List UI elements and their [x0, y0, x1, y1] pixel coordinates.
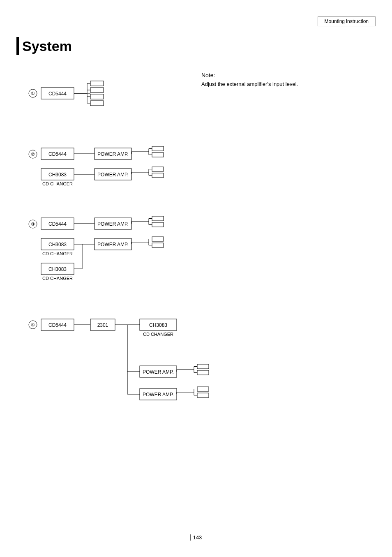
svg-rect-52: [95, 218, 131, 229]
svg-rect-8: [90, 101, 104, 106]
note-text: Adjust the external amplifier's input le…: [201, 80, 298, 88]
svg-text:POWER AMP.: POWER AMP.: [97, 221, 129, 227]
svg-rect-76: [41, 319, 74, 331]
svg-rect-100: [197, 393, 209, 398]
svg-rect-5: [90, 81, 104, 86]
svg-text:CD CHANGER: CD CHANGER: [42, 251, 73, 256]
title-accent-bar: [16, 37, 19, 55]
diagram-1: ① CD5444: [25, 72, 197, 125]
svg-text:CD5444: CD5444: [48, 322, 67, 328]
top-rule: [16, 29, 376, 29]
svg-rect-54: [95, 238, 131, 250]
page-title: System: [22, 38, 72, 54]
svg-point-74: [29, 321, 37, 329]
svg-text:CD5444: CD5444: [48, 221, 67, 227]
svg-text:①: ①: [31, 91, 35, 96]
svg-rect-6: [90, 88, 104, 92]
svg-text:CD CHANGER: CD CHANGER: [42, 181, 73, 186]
svg-rect-29: [152, 153, 164, 157]
svg-rect-67: [152, 237, 164, 241]
svg-text:POWER AMP.: POWER AMP.: [143, 392, 174, 398]
svg-text:CH3083: CH3083: [48, 242, 67, 247]
svg-rect-60: [152, 216, 164, 221]
svg-rect-22: [95, 148, 131, 159]
svg-rect-49: [41, 263, 74, 275]
title-rule: [16, 61, 376, 61]
svg-rect-80: [140, 319, 177, 331]
svg-rect-35: [152, 167, 164, 171]
svg-rect-17: [41, 148, 74, 159]
svg-point-42: [29, 220, 37, 228]
svg-text:POWER AMP.: POWER AMP.: [97, 242, 129, 247]
svg-text:POWER AMP.: POWER AMP.: [143, 369, 174, 375]
diagram-3: ③ CD5444 CH3083 CD CHANGER CH3083 CD CHA…: [25, 210, 201, 292]
svg-rect-19: [41, 169, 74, 180]
svg-rect-24: [95, 169, 131, 180]
svg-rect-92: [197, 364, 209, 369]
diagram-4: ④ CD5444 2301 CH3083 CD CHANGER POWER AM…: [25, 312, 288, 428]
svg-rect-68: [152, 243, 164, 247]
svg-text:CD CHANGER: CD CHANGER: [143, 332, 173, 337]
diagram-3-svg: ③ CD5444 CH3083 CD CHANGER CH3083 CD CHA…: [25, 210, 205, 296]
svg-text:POWER AMP.: POWER AMP.: [97, 151, 129, 157]
svg-rect-78: [90, 319, 115, 331]
svg-rect-46: [41, 238, 74, 250]
svg-rect-85: [140, 388, 177, 400]
diagram-1-svg: ① CD5444: [25, 72, 197, 125]
svg-rect-2: [41, 88, 74, 99]
svg-text:CH3083: CH3083: [149, 322, 167, 328]
page-title-area: System: [16, 37, 72, 55]
svg-text:CH3083: CH3083: [48, 172, 67, 178]
header-title: Mounting instruction: [318, 16, 376, 26]
svg-rect-99: [197, 387, 209, 391]
svg-text:②: ②: [31, 152, 35, 157]
page-number: 143: [190, 534, 202, 541]
svg-text:③: ③: [31, 222, 35, 226]
svg-rect-93: [197, 370, 209, 375]
svg-rect-44: [41, 218, 74, 229]
svg-rect-36: [152, 173, 164, 178]
diagram-2-svg: ② CD5444 CH3083 CD CHANGER POWER AMP. PO…: [25, 140, 201, 197]
note-title: Note:: [201, 72, 298, 79]
svg-rect-7: [90, 94, 104, 99]
svg-text:CH3083: CH3083: [48, 266, 67, 272]
diagram-2: ② CD5444 CH3083 CD CHANGER POWER AMP. PO…: [25, 140, 201, 193]
svg-text:CD5444: CD5444: [48, 91, 67, 97]
svg-text:CD5444: CD5444: [48, 151, 67, 157]
svg-rect-83: [140, 366, 177, 377]
svg-rect-28: [152, 146, 164, 151]
svg-text:CD CHANGER: CD CHANGER: [42, 276, 73, 281]
svg-text:POWER AMP.: POWER AMP.: [97, 172, 129, 178]
svg-point-15: [29, 150, 37, 158]
svg-rect-61: [152, 222, 164, 227]
diagram-4-svg: ④ CD5444 2301 CH3083 CD CHANGER POWER AM…: [25, 312, 292, 432]
svg-text:④: ④: [31, 322, 35, 327]
svg-text:2301: 2301: [97, 322, 108, 328]
note-box: Note: Adjust the external amplifier's in…: [201, 72, 298, 88]
svg-point-0: [29, 89, 37, 97]
